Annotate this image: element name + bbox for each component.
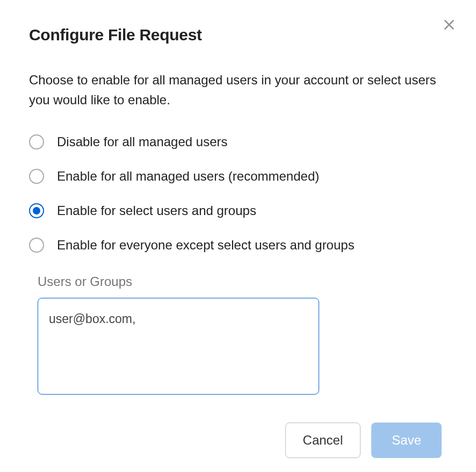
radio-icon xyxy=(29,203,44,218)
radio-label: Disable for all managed users xyxy=(57,134,228,149)
cancel-button[interactable]: Cancel xyxy=(285,423,361,458)
radio-disable-all[interactable]: Disable for all managed users xyxy=(29,134,447,149)
radio-group: Disable for all managed users Enable for… xyxy=(29,134,447,253)
radio-label: Enable for all managed users (recommende… xyxy=(57,169,319,184)
radio-label: Enable for select users and groups xyxy=(57,203,256,218)
users-groups-input[interactable] xyxy=(38,298,319,395)
configure-file-request-dialog: Configure File Request Choose to enable … xyxy=(0,0,476,472)
radio-label: Enable for everyone except select users … xyxy=(57,238,355,253)
close-button[interactable] xyxy=(441,16,458,33)
close-icon xyxy=(442,18,456,32)
users-groups-label: Users or Groups xyxy=(38,274,447,289)
users-groups-section: Users or Groups xyxy=(38,274,447,397)
radio-enable-except[interactable]: Enable for everyone except select users … xyxy=(29,238,447,253)
radio-icon xyxy=(29,134,44,149)
radio-icon xyxy=(29,238,44,253)
save-button[interactable]: Save xyxy=(371,423,442,458)
dialog-title: Configure File Request xyxy=(29,26,447,44)
radio-enable-all[interactable]: Enable for all managed users (recommende… xyxy=(29,169,447,184)
radio-enable-select[interactable]: Enable for select users and groups xyxy=(29,203,447,218)
dialog-actions: Cancel Save xyxy=(29,423,447,458)
dialog-description: Choose to enable for all managed users i… xyxy=(29,70,447,110)
radio-icon xyxy=(29,169,44,184)
